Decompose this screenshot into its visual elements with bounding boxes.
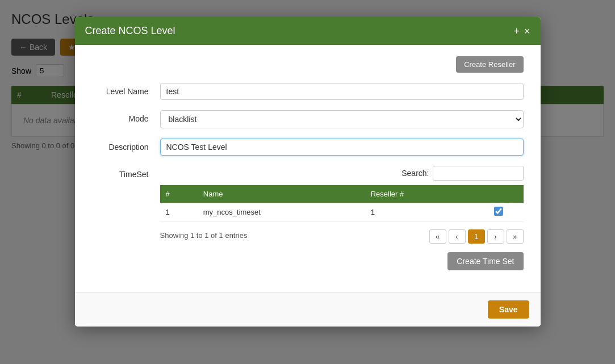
timeset-row: TimeSet Search: # Name <box>92 166 524 270</box>
timeset-entries: Showing 1 to 1 of 1 entries <box>160 231 248 240</box>
modal-overlay: Create NCOS Level + × Create Reseller Le… <box>0 0 615 364</box>
col-hash-header: # <box>160 185 198 203</box>
timeset-table: # Name Reseller # 1 my_ncos_timeset 1 <box>160 185 524 222</box>
row-select[interactable] <box>474 203 524 222</box>
level-name-input[interactable] <box>160 83 524 100</box>
col-reseller-header: Reseller # <box>365 185 474 203</box>
timeset-wrap: Search: # Name Reseller # <box>160 166 524 270</box>
timeset-label: TimeSet <box>92 166 160 179</box>
mode-label: Mode <box>92 110 160 123</box>
timeset-pagination: « ‹ 1 › » <box>429 229 524 244</box>
modal-body: Create Reseller Level Name Mode blacklis… <box>75 45 541 292</box>
table-row: 1 my_ncos_timeset 1 <box>160 203 524 222</box>
modal-footer: Save <box>75 292 541 327</box>
col-name-header: Name <box>198 185 365 203</box>
page-prev-button[interactable]: ‹ <box>449 229 466 244</box>
modal-title: Create NCOS Level <box>85 25 175 37</box>
level-name-label: Level Name <box>92 83 160 96</box>
page-next-button[interactable]: › <box>487 229 504 244</box>
modal-header: Create NCOS Level + × <box>75 17 541 45</box>
timeset-search-row: Search: <box>160 166 524 181</box>
timeset-checkbox[interactable] <box>494 207 503 216</box>
row-name: my_ncos_timeset <box>198 203 365 222</box>
create-timeset-button[interactable]: Create Time Set <box>447 252 523 270</box>
modal-close-button[interactable]: × <box>524 26 530 36</box>
modal-top-action: Create Reseller <box>92 56 524 73</box>
description-label: Description <box>92 139 160 152</box>
modal-header-buttons: + × <box>513 26 530 36</box>
level-name-row: Level Name <box>92 83 524 100</box>
save-button[interactable]: Save <box>488 300 529 319</box>
mode-select[interactable]: blacklist whitelist <box>160 110 524 128</box>
mode-wrap: blacklist whitelist <box>160 110 524 128</box>
description-input[interactable] <box>160 139 524 156</box>
mode-row: Mode blacklist whitelist <box>92 110 524 128</box>
create-reseller-button[interactable]: Create Reseller <box>456 56 523 73</box>
search-label: Search: <box>401 169 429 178</box>
page-first-button[interactable]: « <box>429 229 446 244</box>
page-1-button[interactable]: 1 <box>468 229 485 244</box>
row-reseller: 1 <box>365 203 474 222</box>
row-id: 1 <box>160 203 198 222</box>
timeset-table-header-row: # Name Reseller # <box>160 185 524 203</box>
modal: Create NCOS Level + × Create Reseller Le… <box>75 17 541 327</box>
col-select-header <box>474 185 524 203</box>
create-timeset-row: Create Time Set <box>160 252 524 270</box>
level-name-wrap <box>160 83 524 100</box>
description-wrap <box>160 139 524 156</box>
modal-scroll-content: Create Reseller Level Name Mode blacklis… <box>75 45 541 292</box>
timeset-search-input[interactable] <box>433 166 524 181</box>
modal-plus-button[interactable]: + <box>513 26 520 36</box>
description-row: Description <box>92 139 524 156</box>
page-last-button[interactable]: » <box>507 229 524 244</box>
